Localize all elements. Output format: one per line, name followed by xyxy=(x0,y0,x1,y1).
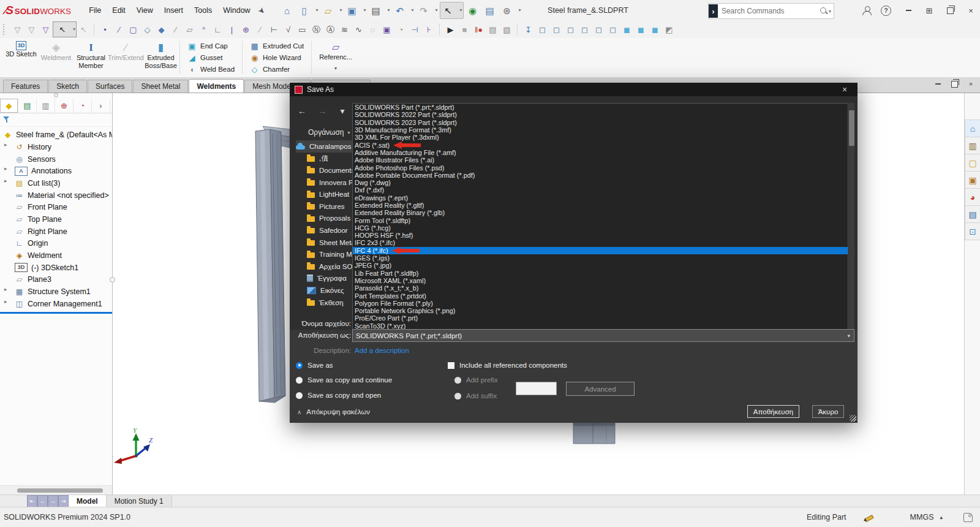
format-option[interactable]: Form Tool (*.sldftp) xyxy=(353,216,848,224)
menu-item[interactable]: Insert xyxy=(159,4,189,17)
cancel-button[interactable]: Άκυρο xyxy=(812,405,844,418)
folder-item[interactable]: Έκθεση xyxy=(296,297,355,309)
filter-funnel-icon[interactable] xyxy=(3,116,10,123)
format-option[interactable]: Extended Reality Binary (*.glb) xyxy=(353,209,848,216)
tree-item[interactable]: ▤ Cut list(3) xyxy=(0,177,112,189)
expand-arrow-icon[interactable] xyxy=(4,142,7,148)
last-tab-button[interactable]: ⇥ xyxy=(58,495,69,507)
format-option[interactable]: SOLIDWORKS 2022 Part (*.sldprt) xyxy=(353,111,848,118)
select-button[interactable]: ↖ xyxy=(440,2,464,19)
dialog-resize-grip[interactable] xyxy=(850,415,856,422)
radio-selected-icon[interactable] xyxy=(296,362,303,369)
format-option[interactable]: HOOPS HSF (*.hsf) xyxy=(353,232,848,239)
expand-arrow-icon[interactable] xyxy=(4,178,7,184)
filter-sketch-segments[interactable]: ∟ xyxy=(211,22,225,37)
add-description-link[interactable]: Add a description xyxy=(355,347,409,354)
back-view[interactable]: ◻ xyxy=(549,22,564,37)
user-account-icon[interactable] xyxy=(862,6,872,15)
doc-restore-button[interactable] xyxy=(950,80,959,88)
featuremanager-tab[interactable]: ◆ xyxy=(0,99,18,113)
help-icon[interactable] xyxy=(881,6,891,16)
tree-item[interactable]: A Annotations xyxy=(0,165,112,177)
record-pause-macro[interactable]: ‖● xyxy=(472,22,486,37)
recent-locations-button[interactable]: ▾ xyxy=(337,106,347,116)
format-option[interactable]: Adobe Portable Document Format (*.pdf) xyxy=(353,172,848,179)
save-button[interactable]: ▣ xyxy=(344,2,367,18)
save-as-radio[interactable]: Save as xyxy=(296,362,333,369)
folder-item[interactable]: Charalampos - xyxy=(296,140,355,153)
folder-item[interactable]: Pictures xyxy=(296,200,355,213)
first-tab-button[interactable]: ⇤ xyxy=(27,495,37,507)
forward-button[interactable]: → xyxy=(317,106,327,116)
format-option[interactable]: ProE/Creo Part (*.prt) xyxy=(353,314,848,322)
scrollbar-thumb[interactable] xyxy=(17,488,103,493)
folder-item[interactable]: Εικόνες xyxy=(296,284,355,297)
pin-menu-icon[interactable] xyxy=(256,5,267,16)
view-palette[interactable]: ▣ xyxy=(965,171,980,189)
panel-grab-handle[interactable] xyxy=(0,93,112,98)
format-option[interactable]: IFC 2x3 (*.ifc) xyxy=(353,239,848,246)
filter-midpoints[interactable]: | xyxy=(225,22,239,37)
folder-item[interactable]: Innovera Proj xyxy=(296,176,355,189)
format-option[interactable]: IGES (*.igs) xyxy=(353,254,848,262)
format-option[interactable]: Extended Reality (*.gltf) xyxy=(353,202,848,209)
command-tab[interactable]: Features xyxy=(3,80,48,93)
format-option[interactable]: Part Templates (*.prtdot) xyxy=(353,292,848,299)
toolbar-drag-handle[interactable] xyxy=(3,24,7,35)
minimize-button[interactable] xyxy=(903,5,914,16)
command-tab[interactable]: Sheet Metal xyxy=(133,80,188,93)
pane-expand-tab[interactable]: › xyxy=(92,99,110,113)
clear-selection-filter[interactable]: ▽ xyxy=(10,22,24,37)
open-button[interactable]: ▱ xyxy=(320,2,343,18)
filter-dowel-pins[interactable]: ◔ xyxy=(394,22,408,37)
3d-sketch-button[interactable]: 3D 3D Sketch xyxy=(4,38,39,77)
normal-to-view[interactable]: ↧ xyxy=(521,22,535,37)
panel-splitter-handle[interactable] xyxy=(110,277,115,282)
tree-item[interactable]: ↺ History xyxy=(0,141,112,153)
tree-item[interactable]: ∟ Origin xyxy=(0,238,112,250)
end-cap-button[interactable]: ▣ End Cap xyxy=(187,42,235,51)
format-option[interactable]: Dxf (*.dxf) xyxy=(353,186,848,194)
folder-item[interactable]: Proposals xyxy=(296,213,355,225)
bottom-view[interactable]: ◻ xyxy=(606,22,620,37)
advanced-select-tool[interactable]: ↖ xyxy=(77,22,91,37)
filter-surface-bodies[interactable]: ◇ xyxy=(140,22,154,37)
solidworks-resources[interactable]: ⊡ xyxy=(965,222,980,240)
command-tab[interactable]: Surfaces xyxy=(88,80,132,93)
filter-dimensions[interactable]: ⊢ xyxy=(267,22,281,37)
extruded-boss-base-button[interactable]: ▮ Extruded Boss/Base xyxy=(143,38,178,77)
trim-extend-button[interactable]: ∕ Trim/Extend xyxy=(108,38,143,77)
design-library[interactable]: ▥ xyxy=(965,137,980,154)
tree-item[interactable]: ▦ Structure System1 xyxy=(0,286,112,298)
filter-axes[interactable]: ∕ xyxy=(168,22,183,37)
reference-geometry-button[interactable]: ▱ Referenc... xyxy=(313,38,358,77)
search-scope-caret-icon[interactable] xyxy=(829,9,831,14)
format-option[interactable]: Lib Feat Part (*.sldlfp) xyxy=(353,270,848,277)
format-option[interactable]: Adobe Illustrator Files (*.ai) xyxy=(353,156,848,164)
units-caret-icon[interactable] xyxy=(940,514,943,520)
menu-item[interactable]: View xyxy=(131,4,159,17)
tree-item[interactable]: ◈ Weldment xyxy=(0,249,112,262)
bottom-tab[interactable]: Motion Study 1 xyxy=(107,495,172,507)
filter-weld-beads[interactable]: ∿ xyxy=(352,22,366,37)
filter-center-marks[interactable]: ⊕ xyxy=(239,22,253,37)
prev-tab-button[interactable]: ← xyxy=(37,495,48,507)
menu-item[interactable]: File xyxy=(83,4,107,17)
menu-item[interactable]: Edit xyxy=(107,4,131,17)
tree-item[interactable]: ▱ Plane3 xyxy=(0,274,112,286)
menu-item[interactable]: Window xyxy=(217,4,255,17)
options-button[interactable]: ⊛ xyxy=(499,2,522,18)
expand-arrow-icon[interactable] xyxy=(4,298,7,305)
folder-item[interactable]: Sheet Metal F xyxy=(296,237,355,249)
expand-arrow-icon[interactable] xyxy=(4,165,7,172)
propertymanager-tab[interactable]: ▤ xyxy=(18,99,37,113)
filter-solid-bodies[interactable]: ◆ xyxy=(154,22,168,37)
folder-item[interactable]: ,債 xyxy=(296,153,355,165)
tree-item[interactable]: ▱ Front Plane xyxy=(0,201,112,213)
format-option[interactable]: Portable Network Graphics (*.png) xyxy=(353,307,848,314)
next-tab-button[interactable]: → xyxy=(48,495,58,507)
tree-horizontal-scrollbar[interactable] xyxy=(0,485,112,495)
menu-item[interactable]: Tools xyxy=(189,4,217,17)
checkbox-icon[interactable] xyxy=(448,362,454,369)
format-option[interactable]: SOLIDWORKS Part (*.prt;*.sldprt) xyxy=(353,104,848,111)
